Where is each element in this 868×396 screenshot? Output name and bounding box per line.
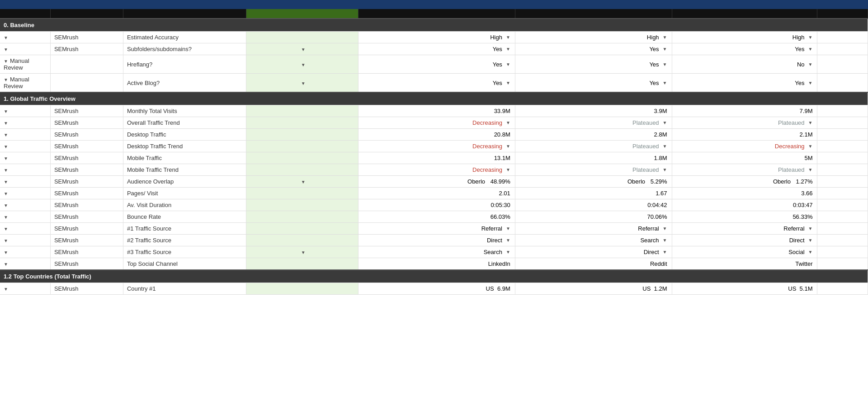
- dropdown-arrow-icon[interactable]: ▼: [506, 144, 510, 149]
- dropdown-arrow-icon[interactable]: ▼: [808, 226, 813, 231]
- row-expand-arrow[interactable]: ▼: [4, 203, 8, 208]
- cell-tools: SEMrush: [50, 129, 123, 141]
- row-expand-arrow[interactable]: ▼: [4, 262, 8, 267]
- row-expand-arrow[interactable]: ▼: [4, 179, 8, 184]
- dropdown-arrow-icon[interactable]: ▼: [808, 120, 813, 125]
- dropdown-arrow-icon[interactable]: ▼: [663, 144, 667, 149]
- row-expand-arrow[interactable]: ▼: [4, 215, 8, 220]
- dropdown-arrow-icon[interactable]: ▼: [808, 80, 813, 85]
- row-expand-arrow[interactable]: ▼: [4, 238, 8, 243]
- cell-check: Mobile Traffic: [123, 152, 246, 164]
- cell-bigcommerce: Plateaued▼: [515, 117, 672, 129]
- cell-oberlo: ▼: [246, 74, 359, 93]
- table-row: ▼SEMrushCountry #1US 6.9MUS 1.2MUS 5.1M: [0, 283, 868, 295]
- cell-bigcommerce: Reddit: [515, 258, 672, 270]
- cell-bigcommerce: Yes▼: [515, 74, 672, 93]
- section-header: 0. Baseline: [0, 19, 868, 32]
- cell-check: #2 Traffic Source: [123, 235, 246, 246]
- dropdown-arrow-icon[interactable]: ▼: [506, 35, 510, 40]
- cell-tools: SEMrush: [50, 283, 123, 295]
- cell-oberlo: ▼: [246, 246, 359, 258]
- cell-tools: [50, 74, 123, 93]
- cell-tools: SEMrush: [50, 235, 123, 246]
- row-expand-arrow[interactable]: ▼: [4, 250, 8, 255]
- dropdown-arrow-icon[interactable]: ▼: [506, 167, 510, 172]
- cell-check: Av. Visit Duration: [123, 199, 246, 211]
- row-expand-arrow[interactable]: ▼: [4, 35, 8, 40]
- dropdown-arrow-icon[interactable]: ▼: [808, 35, 813, 40]
- cell-check: Country #1: [123, 283, 246, 295]
- row-expand-arrow[interactable]: ▼: [4, 226, 8, 231]
- dropdown-arrow-icon[interactable]: ▼: [301, 62, 306, 67]
- row-expand-arrow[interactable]: ▼: [4, 132, 8, 137]
- cell-tools: SEMrush: [50, 188, 123, 199]
- dropdown-arrow-icon[interactable]: ▼: [663, 47, 667, 52]
- cell-bigcartel: Decreasing▼: [672, 141, 817, 152]
- dropdown-arrow-icon[interactable]: ▼: [506, 47, 510, 52]
- table-row: ▼SEMrushDesktop Traffic20.8M2.8M2.1M: [0, 129, 868, 141]
- cell-bigcommerce: 0:04:42: [515, 199, 672, 211]
- row-expand-arrow[interactable]: ▼: [4, 287, 8, 292]
- dropdown-arrow-icon[interactable]: ▼: [506, 250, 510, 255]
- dropdown-arrow-icon[interactable]: ▼: [301, 81, 306, 86]
- cell-notes: [817, 164, 868, 176]
- dropdown-arrow-icon[interactable]: ▼: [808, 62, 813, 67]
- row-expand-arrow[interactable]: ▼: [4, 191, 8, 196]
- cell-owner: ▼: [0, 129, 50, 141]
- dropdown-arrow-icon[interactable]: ▼: [663, 35, 667, 40]
- dropdown-arrow-icon[interactable]: ▼: [506, 238, 510, 243]
- section-header: 1.2 Top Countries (Total Traffic): [0, 270, 868, 283]
- dropdown-arrow-icon[interactable]: ▼: [663, 80, 667, 85]
- dropdown-arrow-icon[interactable]: ▼: [506, 120, 510, 125]
- cell-bigcommerce: 2.8M: [515, 129, 672, 141]
- cell-check: Overall Traffic Trend: [123, 117, 246, 129]
- dropdown-arrow-icon[interactable]: ▼: [663, 226, 667, 231]
- cell-bigcartel: 56.33%: [672, 211, 817, 223]
- dropdown-arrow-icon[interactable]: ▼: [808, 238, 813, 243]
- cell-bigcartel: Direct▼: [672, 235, 817, 246]
- dropdown-arrow-icon[interactable]: ▼: [301, 47, 306, 52]
- dropdown-arrow-icon[interactable]: ▼: [301, 179, 306, 184]
- cell-tools: SEMrush: [50, 176, 123, 188]
- dropdown-arrow-icon[interactable]: ▼: [808, 250, 813, 255]
- row-expand-arrow[interactable]: ▼: [4, 59, 8, 64]
- dropdown-arrow-icon[interactable]: ▼: [506, 62, 510, 67]
- cell-notes: [817, 258, 868, 270]
- header-bigcartel: [672, 9, 817, 19]
- column-header-row: [0, 9, 868, 19]
- dropdown-arrow-icon[interactable]: ▼: [663, 250, 667, 255]
- dropdown-arrow-icon[interactable]: ▼: [808, 167, 813, 172]
- dropdown-arrow-icon[interactable]: ▼: [663, 167, 667, 172]
- cell-owner: ▼: [0, 43, 50, 55]
- cell-bigcommerce: Plateaued▼: [515, 141, 672, 152]
- row-expand-arrow[interactable]: ▼: [4, 144, 8, 149]
- dropdown-arrow-icon[interactable]: ▼: [663, 238, 667, 243]
- dropdown-arrow-icon[interactable]: ▼: [301, 250, 306, 255]
- cell-bigcommerce: US 1.2M: [515, 283, 672, 295]
- cell-notes: [817, 199, 868, 211]
- dropdown-arrow-icon[interactable]: ▼: [506, 226, 510, 231]
- cell-owner: ▼: [0, 32, 50, 43]
- cell-bigcommerce: Oberlo 5.29%: [515, 176, 672, 188]
- cell-oberlo: [246, 164, 359, 176]
- cell-shopify: 0:05:30: [359, 199, 515, 211]
- row-expand-arrow[interactable]: ▼: [4, 156, 8, 161]
- dropdown-arrow-icon[interactable]: ▼: [663, 120, 667, 125]
- cell-tools: SEMrush: [50, 152, 123, 164]
- cell-oberlo: [246, 105, 359, 117]
- row-expand-arrow[interactable]: ▼: [4, 121, 8, 126]
- cell-shopify: Yes▼: [359, 43, 515, 55]
- row-expand-arrow[interactable]: ▼: [4, 47, 8, 52]
- row-expand-arrow[interactable]: ▼: [4, 109, 8, 114]
- row-expand-arrow[interactable]: ▼: [4, 77, 8, 82]
- dropdown-arrow-icon[interactable]: ▼: [808, 144, 813, 149]
- table-row: ▼SEMrush#3 Traffic Source▼Search▼Direct▼…: [0, 246, 868, 258]
- dropdown-arrow-icon[interactable]: ▼: [506, 80, 510, 85]
- cell-notes: [817, 211, 868, 223]
- dropdown-arrow-icon[interactable]: ▼: [663, 62, 667, 67]
- cell-owner: ▼: [0, 176, 50, 188]
- row-expand-arrow[interactable]: ▼: [4, 168, 8, 173]
- cell-shopify: 13.1M: [359, 152, 515, 164]
- dropdown-arrow-icon[interactable]: ▼: [808, 47, 813, 52]
- cell-oberlo: [246, 258, 359, 270]
